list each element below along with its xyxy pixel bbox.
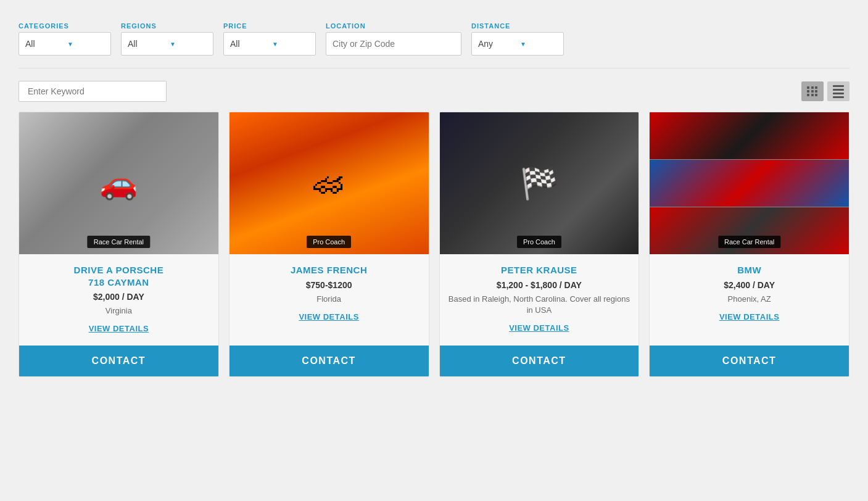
filter-group-price: PRICE All ▼ <box>223 22 316 56</box>
regions-value: All <box>128 39 165 49</box>
view-details-link[interactable]: VIEW DETAILS <box>447 323 632 333</box>
price-arrow-icon: ▼ <box>272 41 309 48</box>
coach-image-james: 🏎 <box>229 112 429 254</box>
filter-bar: CATEGORIES All ▼ REGIONS All ▼ PRICE All… <box>19 12 849 68</box>
categories-arrow-icon: ▼ <box>67 41 104 48</box>
distance-label: DISTANCE <box>471 22 564 30</box>
location-input[interactable] <box>326 32 461 56</box>
card-body: PETER KRAUSE $1,200 - $1,800 / DAY Based… <box>440 254 639 339</box>
card-body: DRIVE A PORSCHE718 CAYMAN $2,000 / DAY V… <box>19 254 218 339</box>
page-wrapper: CATEGORIES All ▼ REGIONS All ▼ PRICE All… <box>0 0 868 501</box>
card-image-wrapper: 🏁 Pro Coach <box>440 112 639 254</box>
car-image-bmw-multi <box>650 112 849 254</box>
contact-button[interactable]: CONTACT <box>19 346 218 376</box>
search-row <box>19 68 849 112</box>
grid-dot <box>807 94 809 96</box>
grid-dot <box>815 86 817 89</box>
grid-dot <box>807 90 809 93</box>
card-badge: Race Car Rental <box>88 236 150 248</box>
contact-button[interactable]: CONTACT <box>440 346 639 376</box>
grid-dot <box>811 94 814 96</box>
list-line <box>833 96 844 98</box>
distance-arrow-icon: ▼ <box>520 41 557 48</box>
coach-image-peter: 🏁 <box>440 112 639 254</box>
filter-group-location: LOCATION <box>326 22 461 56</box>
filter-group-distance: DISTANCE Any ▼ <box>471 22 564 56</box>
card-price: $2,000 / DAY <box>27 292 211 302</box>
card-image-wrapper: 🏎 Pro Coach <box>229 112 429 254</box>
regions-arrow-icon: ▼ <box>170 41 207 48</box>
view-details-link[interactable]: VIEW DETAILS <box>237 312 421 321</box>
card-price: $1,200 - $1,800 / DAY <box>447 280 632 290</box>
grid-dot <box>811 90 814 93</box>
card-body: JAMES FRENCH $750-$1200 Florida VIEW DET… <box>229 254 429 339</box>
location-label: LOCATION <box>326 22 461 30</box>
card-price: $2,400 / DAY <box>657 280 841 290</box>
list-line <box>833 93 844 94</box>
grid-dot <box>811 86 814 89</box>
card-badge: Pro Coach <box>307 236 351 248</box>
grid-view-button[interactable] <box>801 81 824 101</box>
list-line <box>833 85 844 87</box>
card-location: Phoenix, AZ <box>657 294 841 305</box>
grid-icon <box>807 86 818 96</box>
contact-button[interactable]: CONTACT <box>650 346 849 376</box>
list-view-button[interactable] <box>827 81 849 101</box>
view-toggles <box>801 81 849 101</box>
grid-dot <box>815 94 817 96</box>
card-title: BMW <box>657 264 841 276</box>
card-badge: Race Car Rental <box>718 236 780 248</box>
distance-select[interactable]: Any ▼ <box>471 32 564 56</box>
card-title: PETER KRAUSE <box>447 264 632 276</box>
card-location: Florida <box>237 294 421 305</box>
keyword-input[interactable] <box>19 81 167 102</box>
card-price: $750-$1200 <box>237 280 421 290</box>
car-image-porsche: 🚗 <box>19 112 218 254</box>
card-image-wrapper: Race Car Rental <box>650 112 849 254</box>
regions-select[interactable]: All ▼ <box>121 32 213 56</box>
card-location: Virginia <box>27 305 211 317</box>
filter-group-categories: CATEGORIES All ▼ <box>19 22 111 56</box>
list-line <box>833 89 844 91</box>
categories-value: All <box>25 39 62 49</box>
bmw-image-1 <box>650 112 849 159</box>
card-title: DRIVE A PORSCHE718 CAYMAN <box>27 264 211 288</box>
view-details-link[interactable]: VIEW DETAILS <box>657 312 841 321</box>
price-value: All <box>230 39 267 49</box>
list-icon <box>833 85 844 98</box>
price-label: PRICE <box>223 22 316 30</box>
price-select[interactable]: All ▼ <box>223 32 316 56</box>
card-bmw: Race Car Rental BMW $2,400 / DAY Phoenix… <box>649 112 849 377</box>
distance-value: Any <box>478 39 515 49</box>
card-image-wrapper: 🚗 Race Car Rental <box>19 112 218 254</box>
filter-group-regions: REGIONS All ▼ <box>121 22 213 56</box>
bmw-image-2 <box>650 160 849 207</box>
cards-grid: 🚗 Race Car Rental DRIVE A PORSCHE718 CAY… <box>19 112 849 377</box>
card-title: JAMES FRENCH <box>237 264 421 276</box>
categories-label: CATEGORIES <box>19 22 111 30</box>
categories-select[interactable]: All ▼ <box>19 32 111 56</box>
contact-button[interactable]: CONTACT <box>229 346 429 376</box>
card-porsche: 🚗 Race Car Rental DRIVE A PORSCHE718 CAY… <box>19 112 219 377</box>
card-james-french: 🏎 Pro Coach JAMES FRENCH $750-$1200 Flor… <box>229 112 429 377</box>
grid-dot <box>815 90 817 93</box>
view-details-link[interactable]: VIEW DETAILS <box>27 324 211 333</box>
card-body: BMW $2,400 / DAY Phoenix, AZ VIEW DETAIL… <box>650 254 849 339</box>
grid-dot <box>807 86 809 89</box>
regions-label: REGIONS <box>121 22 213 30</box>
card-peter-krause: 🏁 Pro Coach PETER KRAUSE $1,200 - $1,800… <box>439 112 640 377</box>
card-badge: Pro Coach <box>517 236 561 248</box>
card-location: Based in Raleigh, North Carolina. Cover … <box>447 294 632 316</box>
